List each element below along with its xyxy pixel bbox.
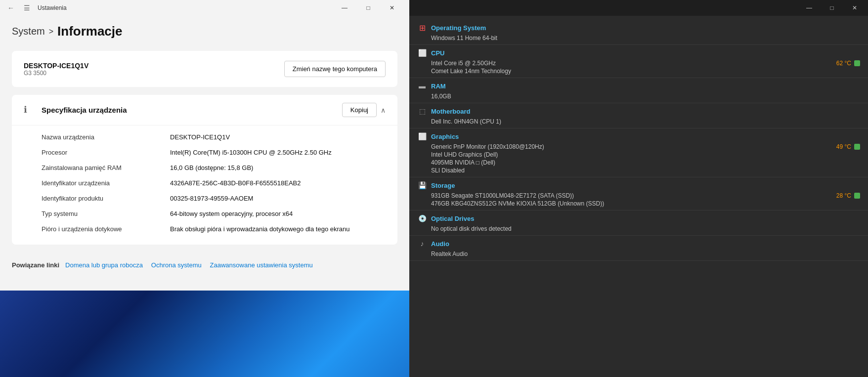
hw-detail: SLI Disabled: [417, 167, 860, 174]
hw-icon-cpu: ⬜: [417, 48, 427, 58]
related-link-advanced[interactable]: Zaawansowane ustawienia systemu: [210, 261, 313, 269]
hw-detail: 4095MB NVIDIA □ (Dell): [417, 159, 860, 166]
hw-section-header: 💿Optical Drives: [417, 213, 860, 223]
spec-value: 64-bitowy system operacyjny, procesor x6…: [170, 210, 386, 217]
hw-row: Intel Core i5 @ 2.50GHz 62 °C: [431, 60, 860, 67]
hw-section-title: Optical Drives: [431, 215, 474, 222]
spec-row: Zainstalowana pamięć RAM 16,0 GB (dostęp…: [42, 160, 386, 175]
spec-row: Pióro i urządzenia dotykowe Brak obsługi…: [42, 221, 386, 237]
hw-content: ⊞Operating SystemWindows 11 Home 64-bit⬜…: [409, 16, 868, 377]
temp-indicator: [854, 144, 860, 150]
hw-detail-text: Intel Core i5 @ 2.50GHz: [431, 60, 496, 67]
settings-window: ← ☰ Ustawienia — □ ✕ System > Informacje…: [0, 0, 409, 377]
hw-detail: Comet Lake 14nm Technology: [417, 68, 860, 75]
wallpaper-strip: [0, 291, 409, 377]
spec-card: ℹ Specyfikacja urządzenia Kopiuj ∧ Nazwa…: [12, 95, 397, 245]
hw-section-title: RAM: [431, 83, 446, 90]
related-links: Powiązane linki Domena lub grupa robocza…: [12, 252, 397, 273]
related-link-domain[interactable]: Domena lub grupa robocza: [65, 261, 143, 269]
related-sep-1: [145, 260, 149, 269]
temp-indicator: [854, 193, 860, 199]
spec-value: Intel(R) Core(TM) i5-10300H CPU @ 2.50GH…: [170, 149, 386, 156]
hw-icon-audio: ♪: [417, 239, 427, 249]
right-close-button[interactable]: ✕: [843, 0, 866, 16]
breadcrumb-current: Informacje: [57, 24, 123, 39]
hw-row: 931GB Seagate ST1000LM048-2E7172 (SATA (…: [431, 192, 860, 199]
computer-name: DESKTOP-ICE1Q1V: [24, 62, 88, 70]
hw-section-header: ⬚Motherboard: [417, 106, 860, 116]
right-maximize-button[interactable]: □: [821, 0, 843, 16]
spec-row: Identyfikator produktu 00325-81973-49559…: [42, 191, 386, 206]
spec-row: Nazwa urządzenia DESKTOP-ICE1Q1V: [42, 129, 386, 145]
hw-section-header: ⬜Graphics: [417, 131, 860, 141]
spec-value: 16,0 GB (dostępne: 15,8 GB): [170, 164, 386, 171]
hw-detail: No optical disk drives detected: [417, 225, 860, 232]
hw-temp: 49 °C: [836, 143, 860, 150]
temp-indicator: [854, 60, 860, 66]
spec-header-left: ℹ Specyfikacja urządzenia: [24, 104, 127, 116]
hw-icon-graphics: ⬜: [417, 131, 427, 141]
related-sep-2: [204, 260, 208, 269]
hw-icon-storage: 💾: [417, 180, 427, 190]
related-label: Powiązane linki: [12, 261, 59, 269]
hw-detail: 476GB KBG40ZNS512G NVMe KIOXIA 512GB (Un…: [417, 200, 860, 207]
spec-value: Brak obsługi pióra i wprowadzania dotyko…: [170, 225, 386, 233]
maximize-button[interactable]: □: [357, 0, 380, 16]
spec-header-right: Kopiuj ∧: [342, 103, 386, 117]
hw-section-title: Audio: [431, 240, 449, 248]
content-area: DESKTOP-ICE1Q1V G3 3500 Zmień nazwę tego…: [0, 43, 409, 291]
spec-label: Pióro i urządzenia dotykowe: [42, 225, 170, 233]
spec-header: ℹ Specyfikacja urządzenia Kopiuj ∧: [12, 95, 397, 126]
hw-detail: Generic PnP Monitor (1920x1080@120Hz) 49…: [417, 143, 860, 150]
hw-section-optical: 💿Optical DrivesNo optical disk drives de…: [409, 210, 868, 236]
title-bar-controls: — □ ✕: [333, 0, 403, 16]
hw-section-header: 💾Storage: [417, 180, 860, 190]
title-bar-left: ← ☰ Ustawienia: [6, 3, 67, 13]
rename-button[interactable]: Zmień nazwę tego komputera: [284, 61, 386, 77]
spec-value: DESKTOP-ICE1Q1V: [170, 133, 386, 141]
hw-icon-motherboard: ⬚: [417, 106, 427, 116]
hw-section-title: Motherboard: [431, 108, 470, 115]
hw-icon-optical: 💿: [417, 213, 427, 223]
hw-section-cpu: ⬜CPU Intel Core i5 @ 2.50GHz 62 °C Comet…: [409, 45, 868, 78]
hw-icon-os: ⊞: [417, 23, 427, 33]
spec-label: Procesor: [42, 149, 170, 156]
temp-text: 62 °C: [836, 60, 851, 67]
hw-icon-ram: ▬: [417, 81, 427, 91]
hwinfo-window: — □ ✕ ⊞Operating SystemWindows 11 Home 6…: [409, 0, 868, 377]
right-minimize-button[interactable]: —: [798, 0, 821, 16]
hw-section-ram: ▬RAM16,0GB: [409, 78, 868, 103]
hw-detail-text: Generic PnP Monitor (1920x1080@120Hz): [431, 143, 544, 150]
related-link-protection[interactable]: Ochrona systemu: [151, 261, 202, 269]
copy-button[interactable]: Kopiuj: [342, 103, 377, 117]
computer-model: G3 3500: [24, 70, 88, 77]
spec-label: Typ systemu: [42, 210, 170, 217]
menu-button[interactable]: ☰: [22, 3, 32, 13]
spec-label: Zainstalowana pamięć RAM: [42, 164, 170, 171]
title-bar: ← ☰ Ustawienia — □ ✕: [0, 0, 409, 16]
hw-section-os: ⊞Operating SystemWindows 11 Home 64-bit: [409, 20, 868, 45]
computer-name-info: DESKTOP-ICE1Q1V G3 3500: [24, 62, 88, 77]
spec-label: Identyfikator produktu: [42, 195, 170, 202]
breadcrumb-separator: >: [49, 27, 53, 36]
minimize-button[interactable]: —: [333, 0, 356, 16]
breadcrumb-system[interactable]: System: [12, 26, 45, 37]
spec-label: Nazwa urządzenia: [42, 133, 170, 141]
hw-section-title: Storage: [431, 182, 455, 189]
hw-detail: Intel UHD Graphics (Dell): [417, 151, 860, 158]
temp-text: 49 °C: [836, 143, 851, 150]
hw-section-title: CPU: [431, 49, 444, 57]
spec-rows: Nazwa urządzenia DESKTOP-ICE1Q1V Proceso…: [12, 126, 397, 245]
back-button[interactable]: ←: [6, 3, 16, 13]
hw-section-motherboard: ⬚MotherboardDell Inc. 0HN4GN (CPU 1): [409, 103, 868, 128]
hw-section-header: ▬RAM: [417, 81, 860, 91]
hw-section-header: ⬜CPU: [417, 48, 860, 58]
hw-detail-text: 931GB Seagate ST1000LM048-2E7172 (SATA (…: [431, 192, 574, 199]
hw-section-title: Operating System: [431, 24, 486, 32]
right-title-bar: — □ ✕: [409, 0, 868, 16]
close-button[interactable]: ✕: [381, 0, 403, 16]
computer-name-card: DESKTOP-ICE1Q1V G3 3500 Zmień nazwę tego…: [12, 51, 397, 87]
spec-row: Identyfikator urządzenia 4326A87E-256C-4…: [42, 175, 386, 191]
hw-section-header: ⊞Operating System: [417, 23, 860, 33]
spec-row: Typ systemu 64-bitowy system operacyjny,…: [42, 206, 386, 221]
